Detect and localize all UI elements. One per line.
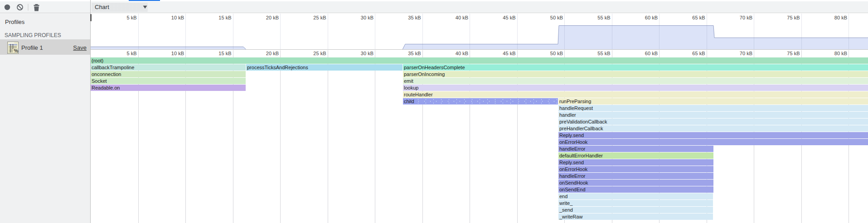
svg-text:%: %	[14, 48, 19, 53]
